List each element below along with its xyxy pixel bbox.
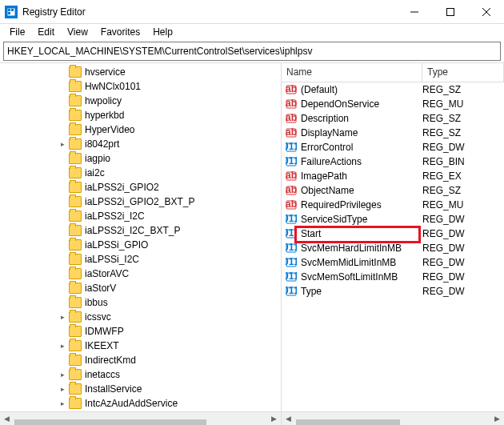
maximize-button[interactable] xyxy=(432,0,468,24)
column-header-name[interactable]: Name xyxy=(282,63,422,82)
binary-value-icon: 011 xyxy=(285,227,298,240)
value-row[interactable]: 011SvcMemSoftLimitInMBREG_DW xyxy=(282,270,504,284)
tree-item[interactable]: ibbus xyxy=(0,295,281,310)
value-name: Type xyxy=(301,286,422,297)
tree-item[interactable]: iaLPSS2i_I2C_BXT_P xyxy=(0,223,281,238)
binary-value-icon: 011 xyxy=(285,213,298,226)
string-value-icon: ab xyxy=(285,126,298,139)
value-row[interactable]: 011SvcMemHardLimitInMBREG_DW xyxy=(282,241,504,255)
tree-item[interactable]: iai2c xyxy=(0,166,281,180)
scroll-left-button[interactable]: ◀ xyxy=(282,412,295,426)
column-header-type[interactable]: Type xyxy=(422,63,504,82)
tree-item[interactable]: ▸i8042prt xyxy=(0,137,281,151)
value-row[interactable]: abRequiredPrivilegesREG_MU xyxy=(282,198,504,212)
values-header: Name Type xyxy=(282,63,504,82)
value-row[interactable]: 011StartREG_DW xyxy=(282,227,504,241)
expand-icon[interactable]: ▸ xyxy=(58,342,67,350)
tree-item[interactable]: ▸inetaccs xyxy=(0,367,281,382)
app-icon xyxy=(5,6,18,18)
tree-item[interactable]: HwNClx0101 xyxy=(0,79,281,94)
tree-item[interactable]: iaLPSS2i_I2C xyxy=(0,209,281,223)
value-name: DependOnService xyxy=(301,98,422,110)
menu-favorites[interactable]: Favorites xyxy=(94,25,146,39)
address-input[interactable] xyxy=(4,42,500,60)
tree-item[interactable]: IndirectKmd xyxy=(0,353,281,367)
value-type: REG_SZ xyxy=(422,185,461,196)
horizontal-scrollbar: ◀ ▶ ◀ ▶ xyxy=(0,411,504,425)
menu-view[interactable]: View xyxy=(61,25,94,39)
folder-icon xyxy=(69,182,82,193)
value-row[interactable]: abObjectNameREG_SZ xyxy=(282,183,504,198)
value-row[interactable]: 011SvcMemMidLimitInMBREG_DW xyxy=(282,255,504,270)
tree-item[interactable]: ▸icssvc xyxy=(0,310,281,324)
scroll-right-button[interactable]: ▶ xyxy=(267,412,281,426)
svg-text:011: 011 xyxy=(286,156,297,166)
menu-edit[interactable]: Edit xyxy=(31,25,61,39)
tree-item[interactable]: iaStorV xyxy=(0,281,281,295)
scroll-thumb[interactable] xyxy=(296,419,400,425)
tree-item[interactable]: ▸InstallService xyxy=(0,382,281,396)
scroll-left-button[interactable]: ◀ xyxy=(0,412,14,426)
tree-item[interactable]: IDMWFP xyxy=(0,324,281,339)
string-value-icon: ab xyxy=(285,198,298,211)
tree-item[interactable]: iaLPSSi_GPIO xyxy=(0,238,281,252)
menu-file[interactable]: File xyxy=(3,25,31,39)
tree-item[interactable]: iaLPSSi_I2C xyxy=(0,252,281,267)
value-row[interactable]: 011FailureActionsREG_BIN xyxy=(282,154,504,169)
expand-icon[interactable]: ▸ xyxy=(58,385,67,393)
close-button[interactable] xyxy=(468,0,504,24)
value-row[interactable]: abDescriptionREG_SZ xyxy=(282,111,504,126)
string-value-icon: ab xyxy=(285,184,298,197)
value-row[interactable]: 011ServiceSidTypeREG_DW xyxy=(282,212,504,227)
tree-item-label: iaStorV xyxy=(85,283,116,294)
tree-item[interactable]: ▸IKEEXT xyxy=(0,339,281,353)
value-row[interactable]: ab(Default)REG_SZ xyxy=(282,82,504,97)
tree-item[interactable]: hvservice xyxy=(0,65,281,79)
value-row[interactable]: abDependOnServiceREG_MU xyxy=(282,97,504,111)
values-pane: Name Type ab(Default)REG_SZabDependOnSer… xyxy=(282,63,504,411)
svg-text:011: 011 xyxy=(286,214,297,224)
value-name: (Default) xyxy=(301,84,422,95)
scroll-thumb[interactable] xyxy=(14,419,206,425)
svg-text:011: 011 xyxy=(286,257,297,267)
tree-item-label: IndirectKmd xyxy=(85,355,136,366)
expand-icon[interactable]: ▸ xyxy=(58,140,67,148)
expand-icon[interactable]: ▸ xyxy=(58,371,67,379)
value-type: REG_DW xyxy=(422,271,465,283)
tree-item[interactable]: HyperVideo xyxy=(0,122,281,137)
values-list[interactable]: ab(Default)REG_SZabDependOnServiceREG_MU… xyxy=(282,82,504,411)
tree-item-label: iaLPSS2i_I2C_BXT_P xyxy=(85,225,180,236)
svg-text:ab: ab xyxy=(286,84,297,94)
menu-help[interactable]: Help xyxy=(146,25,179,39)
folder-icon xyxy=(69,297,82,308)
expand-icon[interactable]: ▸ xyxy=(58,313,67,321)
tree-item[interactable]: hwpolicy xyxy=(0,94,281,108)
tree-item[interactable]: hyperkbd xyxy=(0,108,281,122)
value-row[interactable]: abDisplayNameREG_SZ xyxy=(282,126,504,140)
svg-text:ab: ab xyxy=(286,185,297,195)
value-row[interactable]: 011ErrorControlREG_DW xyxy=(282,140,504,154)
tree-view[interactable]: hvserviceHwNClx0101hwpolicyhyperkbdHyper… xyxy=(0,63,281,411)
minimize-button[interactable] xyxy=(396,0,432,24)
folder-icon xyxy=(69,340,82,351)
folder-icon xyxy=(69,138,82,150)
tree-item[interactable]: iaLPSS2i_GPIO2 xyxy=(0,180,281,194)
folder-icon xyxy=(69,268,82,279)
expand-icon[interactable]: ▸ xyxy=(58,399,67,407)
value-name: ErrorControl xyxy=(301,142,422,153)
folder-icon xyxy=(69,196,82,207)
tree-item[interactable]: iaLPSS2i_GPIO2_BXT_P xyxy=(0,194,281,209)
value-row[interactable]: 011TypeREG_DW xyxy=(282,284,504,299)
tree-item-label: ibbus xyxy=(85,297,108,308)
value-row[interactable]: abImagePathREG_EX xyxy=(282,169,504,183)
tree-item[interactable]: iagpio xyxy=(0,151,281,166)
tree-item[interactable]: ▸IntcAzAudAddService xyxy=(0,396,281,411)
scroll-right-button[interactable]: ▶ xyxy=(490,412,504,426)
folder-icon xyxy=(69,239,82,251)
menubar: FileEditViewFavoritesHelp xyxy=(0,24,504,40)
folder-icon xyxy=(69,254,82,265)
folder-icon xyxy=(69,369,82,380)
svg-rect-2 xyxy=(11,9,14,11)
tree-item[interactable]: iaStorAVC xyxy=(0,267,281,281)
folder-icon xyxy=(69,167,82,178)
